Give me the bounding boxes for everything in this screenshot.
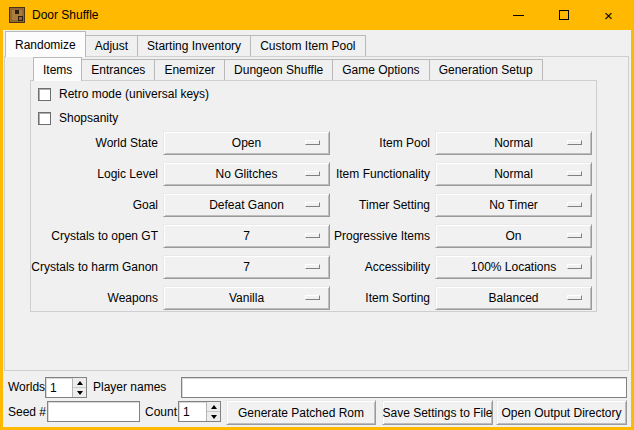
crystals-ganon-value: 7 [243, 260, 250, 274]
crystals-gt-value: 7 [243, 229, 250, 243]
titlebar[interactable]: Door Shuffle × [0, 0, 634, 30]
count-spin-buttons [206, 402, 220, 421]
close-icon: × [604, 8, 613, 23]
shopsanity-checkbox[interactable] [38, 112, 51, 125]
tab-generation-setup[interactable]: Generation Setup [429, 59, 543, 80]
crystals-gt-label: Crystals to open GT [26, 224, 158, 248]
seed-label: Seed # [8, 402, 46, 423]
tab-dungeon-shuffle[interactable]: Dungeon Shuffle [224, 59, 333, 80]
dropdown-indicator-icon [305, 171, 320, 176]
worlds-input[interactable] [46, 378, 72, 397]
main-tab-bar: Randomize Adjust Starting Inventory Cust… [5, 32, 366, 56]
dropdown-indicator-icon [567, 233, 582, 238]
crystals-gt-dropdown[interactable]: 7 [163, 224, 330, 248]
count-input[interactable] [179, 402, 206, 421]
weapons-label: Weapons [26, 286, 158, 310]
dropdown-indicator-icon [567, 171, 582, 176]
count-spin-down-button[interactable] [207, 412, 220, 421]
dropdown-indicator-icon [567, 202, 582, 207]
tab-starting-inventory[interactable]: Starting Inventory [137, 35, 251, 56]
crystals-ganon-label: Crystals to harm Ganon [26, 255, 158, 279]
seed-input[interactable] [47, 401, 140, 422]
maximize-button[interactable] [541, 0, 586, 30]
world-state-label: World State [26, 131, 158, 155]
retro-mode-label: Retro mode (universal keys) [59, 87, 209, 101]
dropdown-indicator-icon [567, 264, 582, 269]
tab-enemizer[interactable]: Enemizer [154, 59, 225, 80]
save-settings-button[interactable]: Save Settings to File [382, 400, 493, 425]
logic-level-label: Logic Level [26, 162, 158, 186]
item-sorting-dropdown[interactable]: Balanced [435, 286, 592, 310]
arrow-down-icon [211, 415, 217, 419]
retro-mode-checkbox[interactable] [38, 88, 51, 101]
count-label: Count [145, 402, 177, 423]
item-functionality-dropdown[interactable]: Normal [435, 162, 592, 186]
dropdown-indicator-icon [305, 295, 320, 300]
progressive-items-label: Progressive Items [325, 224, 430, 248]
dropdown-indicator-icon [567, 295, 582, 300]
tab-entrances[interactable]: Entrances [81, 59, 155, 80]
window-title: Door Shuffle [32, 0, 99, 30]
progressive-items-value: On [505, 229, 521, 243]
shopsanity-row: Shopsanity [38, 111, 118, 125]
close-button[interactable]: × [586, 0, 631, 30]
player-names-input[interactable] [181, 377, 627, 398]
app-door-icon [9, 7, 25, 23]
item-sorting-label: Item Sorting [325, 286, 430, 310]
item-sorting-value: Balanced [488, 291, 538, 305]
minimize-button[interactable] [496, 0, 541, 30]
progressive-items-dropdown[interactable]: On [435, 224, 592, 248]
retro-mode-row: Retro mode (universal keys) [38, 87, 209, 101]
dropdown-indicator-icon [305, 140, 320, 145]
arrow-up-icon [211, 405, 217, 409]
weapons-dropdown[interactable]: Vanilla [163, 286, 330, 310]
count-spin-up-button[interactable] [207, 402, 220, 412]
logic-level-value: No Glitches [215, 167, 277, 181]
open-output-directory-button[interactable]: Open Output Directory [496, 400, 627, 425]
maximize-icon [559, 10, 569, 20]
player-names-label: Player names [93, 377, 166, 398]
app-window: Door Shuffle × Randomize Adjust Starting… [0, 0, 634, 430]
dropdown-indicator-icon [305, 202, 320, 207]
worlds-label: Worlds [8, 377, 45, 398]
dropdown-indicator-icon [305, 233, 320, 238]
worlds-spinbox [45, 377, 87, 398]
weapons-value: Vanilla [229, 291, 264, 305]
crystals-ganon-dropdown[interactable]: 7 [163, 255, 330, 279]
worlds-spin-up-button[interactable] [73, 378, 86, 388]
logic-level-dropdown[interactable]: No Glitches [163, 162, 330, 186]
goal-value: Defeat Ganon [209, 198, 284, 212]
item-pool-value: Normal [494, 136, 533, 150]
goal-label: Goal [26, 193, 158, 217]
arrow-down-icon [77, 391, 83, 395]
dropdown-indicator-icon [305, 264, 320, 269]
item-functionality-value: Normal [494, 167, 533, 181]
dropdown-indicator-icon [567, 140, 582, 145]
tab-randomize[interactable]: Randomize [5, 31, 86, 57]
world-state-value: Open [232, 136, 261, 150]
worlds-spin-down-button[interactable] [73, 388, 86, 397]
item-pool-dropdown[interactable]: Normal [435, 131, 592, 155]
tab-game-options[interactable]: Game Options [332, 59, 429, 80]
arrow-up-icon [77, 381, 83, 385]
accessibility-dropdown[interactable]: 100% Locations [435, 255, 592, 279]
timer-setting-value: No Timer [489, 198, 538, 212]
world-state-dropdown[interactable]: Open [163, 131, 330, 155]
goal-dropdown[interactable]: Defeat Ganon [163, 193, 330, 217]
accessibility-label: Accessibility [325, 255, 430, 279]
tab-items[interactable]: Items [33, 57, 82, 81]
generate-patched-rom-button[interactable]: Generate Patched Rom [226, 400, 376, 425]
shopsanity-label: Shopsanity [59, 111, 118, 125]
worlds-spin-buttons [72, 378, 86, 397]
timer-setting-dropdown[interactable]: No Timer [435, 193, 592, 217]
sub-tab-bar: Items Entrances Enemizer Dungeon Shuffle… [33, 58, 543, 80]
tab-adjust[interactable]: Adjust [85, 35, 138, 56]
item-pool-label: Item Pool [325, 131, 430, 155]
timer-setting-label: Timer Setting [325, 193, 430, 217]
accessibility-value: 100% Locations [471, 260, 556, 274]
tab-custom-item-pool[interactable]: Custom Item Pool [250, 35, 365, 56]
minimize-icon [513, 15, 524, 16]
item-functionality-label: Item Functionality [325, 162, 430, 186]
count-spinbox [178, 401, 221, 422]
